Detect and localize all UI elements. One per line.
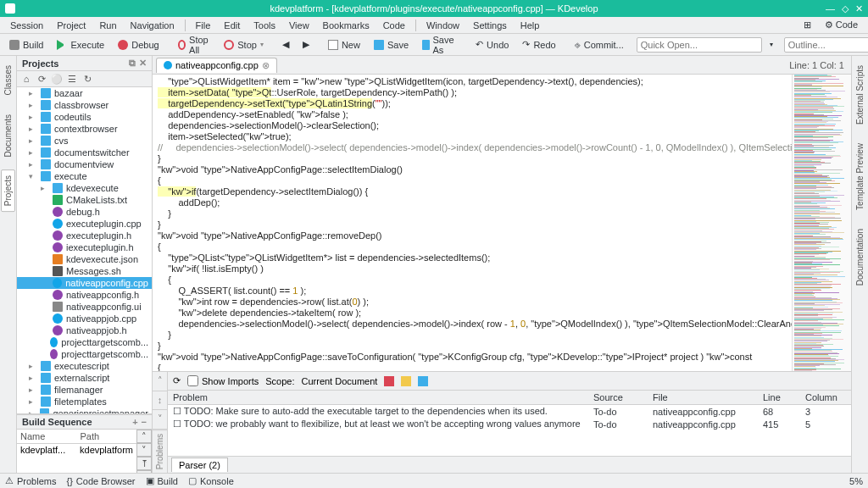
save-as-button[interactable]: Save As <box>416 32 463 58</box>
col-source[interactable]: Source <box>588 391 648 405</box>
redo-button[interactable]: ↷ Redo <box>516 36 561 53</box>
panel-close-icon[interactable]: ✕ <box>139 58 147 69</box>
code-editor[interactable]: "type">QListWidgetItem* item = "kw">new … <box>153 75 792 371</box>
tree-item[interactable]: ▸genericprojectmanager <box>17 408 152 413</box>
tab-close-icon[interactable]: ⊗ <box>262 60 270 71</box>
col-file[interactable]: File <box>648 391 758 405</box>
nav-fwd-button[interactable]: ▶ <box>297 36 315 53</box>
tree-item[interactable]: ▸classbrowser <box>17 99 152 111</box>
menu-run[interactable]: Run <box>92 20 123 30</box>
tree-item[interactable]: ▸executescript <box>17 360 152 372</box>
editor-tab[interactable]: nativeappconfig.cpp ⊗ <box>156 58 277 73</box>
nav-back-button[interactable]: ◀ <box>276 36 295 53</box>
info-filter-icon[interactable] <box>418 376 428 386</box>
sync-icon[interactable]: ⟳ <box>36 73 47 85</box>
menu-project[interactable]: Project <box>50 20 92 30</box>
remove-button[interactable]: − <box>142 417 147 427</box>
panel-down-icon[interactable]: ˅ <box>153 410 167 430</box>
menu-session[interactable]: Session <box>3 20 50 30</box>
scope-value[interactable]: Current Document <box>302 376 378 386</box>
rail-documentation[interactable]: Documentation <box>853 223 867 291</box>
menu-window[interactable]: Window <box>420 20 466 30</box>
problem-row[interactable]: ☐ TODO: Make sure to auto-add the execut… <box>168 405 851 419</box>
rail-projects[interactable]: Projects <box>1 169 15 212</box>
save-button[interactable]: Save <box>368 37 415 53</box>
tree-item[interactable]: ▸documentswitcher <box>17 147 152 158</box>
warning-filter-icon[interactable] <box>401 376 411 386</box>
refresh-icon[interactable]: ↻ <box>81 73 93 85</box>
status-build[interactable]: ▣ Build <box>146 475 178 486</box>
move-down-button[interactable]: ˅ <box>136 443 152 457</box>
execute-button[interactable]: Execute <box>51 37 110 53</box>
menu-code[interactable]: Code <box>376 20 412 30</box>
tree-item[interactable]: nativeappjob.h <box>17 324 152 336</box>
tree-item[interactable]: ▾execute <box>17 170 152 182</box>
move-top-button[interactable]: ⤒ <box>136 457 152 470</box>
tree-item[interactable]: ▸kdevexecute <box>17 182 152 194</box>
add-button[interactable]: + <box>132 417 137 427</box>
status-code-browser[interactable]: {} Code Browser <box>66 476 135 486</box>
stop-all-button[interactable]: Stop All <box>172 32 217 58</box>
build-seq-row[interactable]: kdevplatf... kdevplatform <box>17 444 136 456</box>
undo-button[interactable]: ↶ Undo <box>470 36 515 53</box>
menu-navigation[interactable]: Navigation <box>124 20 181 30</box>
minimap[interactable] <box>792 75 851 371</box>
tree-item[interactable]: iexecuteplugin.h <box>17 241 152 253</box>
menu-help[interactable]: Help <box>514 20 547 30</box>
tree-item[interactable]: CMakeLists.txt <box>17 194 152 206</box>
tree-item[interactable]: executeplugin.h <box>17 230 152 241</box>
close-icon[interactable]: ✕ <box>855 3 863 14</box>
menu-file[interactable]: File <box>189 20 218 30</box>
tree-item[interactable]: kdevexecute.json <box>17 253 152 265</box>
maximize-icon[interactable]: ◇ <box>842 3 849 14</box>
status-problems[interactable]: ⚠ Problems <box>5 475 56 486</box>
stop-button[interactable]: Stop▾ <box>218 37 270 53</box>
tree-item[interactable]: projecttargetscomb... <box>17 336 152 348</box>
menu-tools[interactable]: Tools <box>247 20 282 30</box>
code-mode-button[interactable]: ⚙ Code <box>818 19 865 30</box>
commit-button[interactable]: ⎆ Commit... <box>569 37 630 53</box>
tree-item[interactable]: nativeappconfig.h <box>17 289 152 301</box>
tree-item[interactable]: ▸filetemplates <box>17 396 152 408</box>
menu-view[interactable]: View <box>282 20 316 30</box>
move-up-button[interactable]: ˄ <box>136 430 152 443</box>
error-filter-icon[interactable] <box>384 376 394 386</box>
col-problem[interactable]: Problem <box>168 391 588 405</box>
minimize-icon[interactable]: — <box>826 3 835 14</box>
rail-external-scripts[interactable]: External Scripts <box>853 59 867 130</box>
menu-settings[interactable]: Settings <box>466 20 514 30</box>
tree-item[interactable]: ▸filemanager <box>17 384 152 396</box>
tree-icon[interactable]: ☰ <box>66 73 78 85</box>
tree-item[interactable]: executeplugin.cpp <box>17 218 152 230</box>
menu-edit[interactable]: Edit <box>217 20 247 30</box>
parser-tab[interactable]: Parser (2) <box>171 458 228 472</box>
menu-bookmarks[interactable]: Bookmarks <box>316 20 376 30</box>
new-button[interactable]: New <box>322 37 366 53</box>
outline-input[interactable] <box>784 37 868 53</box>
tree-item[interactable]: ▸codeutils <box>17 111 152 123</box>
tree-item[interactable]: ▸cvs <box>17 135 152 147</box>
tree-item[interactable]: ▸externalscript <box>17 372 152 384</box>
panel-mid-icon[interactable]: ↕ <box>153 391 167 411</box>
grid-icon[interactable]: ⊞ <box>797 19 818 30</box>
quick-open-input[interactable] <box>637 37 762 53</box>
tree-item[interactable]: Messages.sh <box>17 265 152 277</box>
quick-open-dropdown[interactable]: ▾ <box>764 38 779 51</box>
filter-icon[interactable]: ⚪ <box>51 73 63 85</box>
tree-item[interactable]: ▸bazaar <box>17 87 152 99</box>
home-icon[interactable]: ⌂ <box>20 73 32 85</box>
rail-classes[interactable]: Classes <box>1 59 15 102</box>
col-column[interactable]: Column <box>800 391 851 405</box>
tree-item[interactable]: projecttargetscomb... <box>17 348 152 360</box>
tree-item[interactable]: ▸contextbrowser <box>17 123 152 135</box>
show-imports-checkbox[interactable]: Show Imports <box>187 375 259 386</box>
col-line[interactable]: Line <box>758 391 800 405</box>
panel-up-icon[interactable]: ˄ <box>153 372 167 391</box>
tree-item[interactable]: nativeappconfig.cpp <box>17 277 152 289</box>
tree-item[interactable]: nativeappjob.cpp <box>17 313 152 324</box>
tree-item[interactable]: debug.h <box>17 206 152 218</box>
rail-documents[interactable]: Documents <box>1 108 15 164</box>
tree-item[interactable]: ▸documentview <box>17 158 152 170</box>
status-konsole[interactable]: ▢ Konsole <box>188 475 234 486</box>
build-button[interactable]: Build <box>3 37 49 53</box>
